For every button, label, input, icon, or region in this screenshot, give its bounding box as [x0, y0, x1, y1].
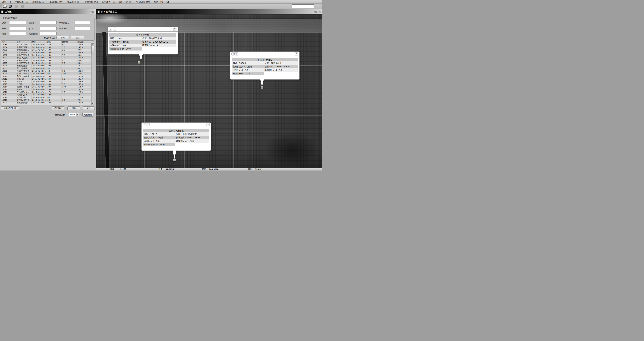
- flood-point-marker[interactable]: ≈: [138, 61, 140, 64]
- table-row[interactable]: 10055 纺渭路西临高... 2015-01-01 0... 13.0 2.0…: [1, 49, 94, 51]
- menu-item[interactable]: 应急服务（E）: [100, 0, 118, 3]
- return-button[interactable]: 返回: [82, 106, 95, 110]
- globe-view-button[interactable]: [8, 4, 12, 8]
- popup-row: 编码：10004 位置：陇海桥下东侧: [109, 37, 176, 40]
- table-cell-area: 135.0: [77, 80, 91, 83]
- table-row[interactable]: 10015 长十路 2015-01-02 0... 28.0 1.0 150.0: [1, 88, 94, 91]
- table-row[interactable]: 10019 南三环西万路口 2015-01-02 0... 2.0 6.0 72…: [1, 99, 94, 101]
- table-cell-name: 朝阳门下穿隧道: [16, 54, 32, 57]
- table-row[interactable]: 10005 太乙路下穿隧道 2015-01-02 0... 18.0 5.0 5…: [1, 62, 94, 64]
- depth-input[interactable]: [40, 26, 56, 30]
- table-column-header[interactable]: 淹没面积: [77, 41, 91, 43]
- table-row[interactable]: 10004 星火路立交桥 2015-01-02 0... 26.0 9.0 40…: [1, 59, 94, 62]
- popup-close-button[interactable]: ×: [295, 52, 298, 55]
- query-button[interactable]: 查询: [56, 36, 69, 39]
- table-row[interactable]: 10012 西影路 2015-01-02 0... 10.0 2.0 135.0: [1, 80, 94, 83]
- menu-item[interactable]: 模型模拟（S）: [66, 0, 83, 3]
- popup-cell: 降雨量(mm)：9.0: [175, 139, 209, 143]
- remove-button[interactable]: 移除: [68, 106, 80, 110]
- person-input[interactable]: [75, 21, 90, 24]
- search-icon[interactable]: [166, 1, 169, 3]
- table-row[interactable]: 10014 陇海线下穿通道 2015-01-02 0... 29.0 10.0 …: [1, 86, 94, 88]
- menu-item[interactable]: 文件（F）: [1, 0, 14, 3]
- refresh-data-button[interactable]: 刷新现状数据: [1, 106, 19, 110]
- table-row[interactable]: 10018 长安路全段 2015-01-02 0... 0.0 3.0 116.…: [1, 96, 94, 99]
- contact-input[interactable]: [75, 26, 90, 30]
- table-cell-depth: 2.0: [47, 99, 62, 101]
- table-column-header[interactable]: 水深: [47, 41, 62, 43]
- table-cell-rain: 7.0: [62, 54, 77, 57]
- menu-item[interactable]: 监视模拟（M）: [48, 0, 66, 3]
- table-row[interactable]: 10017 兴庆路与仁厚... 2015-01-02 0... 10.0 2.0…: [1, 94, 94, 96]
- popup-back-button[interactable]: ◀: [109, 27, 112, 31]
- clear-button[interactable]: 清空: [71, 36, 84, 39]
- table-row[interactable]: 10010 玉祥门下穿隧道 2015-01-02 0... 26.0 2.0 1…: [1, 75, 94, 78]
- table-column-header[interactable]: 名称: [16, 41, 32, 43]
- table-row[interactable]: 10002 朝阳门下穿隧道 2015-01-02 0... 26.0 7.0 4…: [1, 54, 94, 57]
- table-cell-rain: 9.0: [62, 59, 77, 62]
- table-row[interactable]: 10003 新城广场皇城... 2015-01-02 0... 18.0 7.0…: [1, 57, 94, 59]
- toolbar-grip[interactable]: [0, 4, 2, 9]
- table-cell-time: 2015-01-02 0...: [32, 57, 47, 59]
- popup-rows: 编码：10009 位置：东桥头桥下 主要负责人：武长海 联系方式：1330922…: [232, 61, 298, 75]
- chevron-down-icon[interactable]: [76, 113, 79, 116]
- scrollbar-thumb[interactable]: [92, 46, 94, 54]
- open-file-button[interactable]: [3, 4, 6, 8]
- table-cell-name: 陇海线下穿通道: [16, 86, 32, 88]
- popup-row: 水深(mm)：5.0 降雨量(mm)：9.0: [232, 68, 298, 72]
- satellite-map[interactable]: ≈ ≈ ≈ ◀ ▶ × 星火路立交桥 编码：10004 位置：陇海桥下东侧 主要…: [96, 14, 322, 168]
- popup-close-button[interactable]: ×: [173, 27, 176, 31]
- popup-forward-button[interactable]: ▶: [113, 27, 116, 31]
- scroll-down-button[interactable]: ▼: [92, 103, 94, 105]
- table-cell-time: 2015-01-02 0...: [32, 99, 47, 101]
- table-row[interactable]: 10007 西门下穿隧道 2015-01-02 0... 9.0 1.0 6.0: [1, 67, 94, 70]
- menu-item[interactable]: 空间分析（T）: [118, 0, 135, 3]
- table-column-header[interactable]: 时间: [32, 41, 47, 43]
- rainfall-input[interactable]: [40, 21, 56, 24]
- table-row[interactable]: 10053 半引路半坡博... 2015-01-01 0... 23.0 9.0…: [1, 43, 94, 46]
- popup-back-button[interactable]: ◀: [232, 52, 234, 55]
- table-scrollbar[interactable]: ▲ ▼: [91, 43, 94, 105]
- popup-cell: 主要负责人：程双民: [109, 40, 142, 43]
- menu-item[interactable]: 管理考核（G）: [83, 0, 100, 3]
- table-row[interactable]: 10054 华清路三环桥... 2015-01-01 0... 25.0 1.0…: [1, 46, 94, 49]
- code-input[interactable]: [9, 26, 26, 30]
- menu-item[interactable]: 平台设置（S）: [14, 0, 30, 3]
- scroll-up-button[interactable]: ▲: [92, 43, 94, 46]
- table-row[interactable]: 10016 三环曲江立交... 2015-01-02 0... 17.0 1.0…: [1, 91, 94, 94]
- disabled-tool-button-2: [21, 4, 24, 8]
- table-row[interactable]: 10011 幸福南路 2015-01-02 0... 14.0 1.0 135.…: [1, 78, 94, 80]
- flood-point-marker[interactable]: ≈: [173, 159, 176, 161]
- flood-predict-button[interactable]: 淹没预测: [82, 113, 93, 116]
- name-input[interactable]: [9, 21, 26, 24]
- position-input[interactable]: [9, 32, 26, 35]
- popup-row: 主要负责人：武长海 联系方式：13309229679: [232, 65, 298, 68]
- info-display-button[interactable]: 信息展示: [52, 106, 64, 110]
- menu-item[interactable]: 基础数据（B）: [31, 0, 48, 3]
- popup-forward-button[interactable]: ▶: [146, 123, 150, 126]
- table-row[interactable]: 10001 水司下穿隧道 2015-01-02 0... 10.0 1.0 16…: [1, 51, 94, 54]
- table-row[interactable]: 10009 小北门下穿隧道 2015-01-02 0... 9.0 10.0 5…: [1, 72, 94, 75]
- table-row[interactable]: 10008 火车站下穿隧道 2015-01-02 0... 6.0 6.0 14…: [1, 70, 94, 72]
- rain-select-label: 降雨量选择：: [55, 114, 67, 116]
- popup-cell: 淹没面积(m2)：20.0: [109, 47, 142, 50]
- dock-pin-icon[interactable]: [315, 11, 317, 12]
- table-cell-code: 10014: [1, 86, 16, 88]
- table-row[interactable]: 10020 电子正街电子... 2015-01-02 0... 22.0 7.0…: [1, 101, 94, 104]
- menu-item[interactable]: 辅助决策（D）: [135, 0, 152, 3]
- table-cell-area: 142.0: [77, 57, 91, 59]
- popup-back-button[interactable]: ◀: [143, 123, 146, 126]
- area-input[interactable]: [40, 32, 56, 35]
- record-count: 共550条记录: [36, 37, 56, 39]
- restore-icon[interactable]: [318, 10, 321, 13]
- table-row[interactable]: 10006 太华路立交桥 2015-01-02 0... 20.0 7.0 1.…: [1, 64, 94, 67]
- table-column-header[interactable]: 代码: [1, 41, 16, 43]
- popup-close-button[interactable]: ×: [206, 123, 210, 126]
- rainfall-combobox[interactable]: 1mm: [69, 113, 79, 116]
- popup-forward-button[interactable]: ▶: [235, 52, 238, 55]
- toolbar-search-input[interactable]: [292, 4, 314, 8]
- menu-item[interactable]: 帮助（H）: [152, 0, 166, 3]
- dock-pin-icon[interactable]: [92, 11, 94, 12]
- table-column-header[interactable]: 降雨量: [62, 41, 77, 43]
- table-row[interactable]: 10013 经二路 2015-01-02 0... 30.0 7.0 160.0: [1, 83, 94, 86]
